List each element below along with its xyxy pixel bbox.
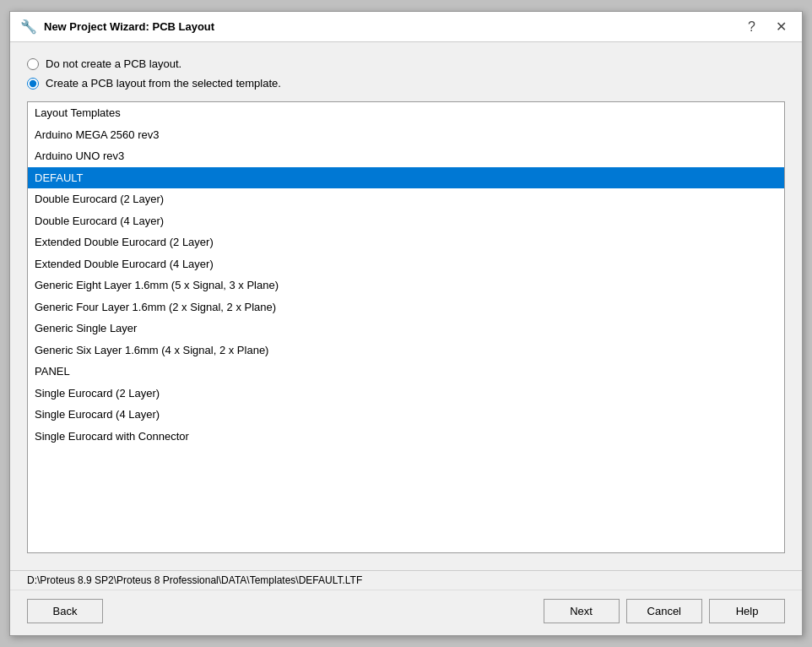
list-item[interactable]: Extended Double Eurocard (2 Layer) <box>28 231 784 253</box>
list-item[interactable]: Generic Six Layer 1.6mm (4 x Signal, 2 x… <box>28 340 784 362</box>
list-item[interactable]: Generic Single Layer <box>28 318 784 340</box>
radio-group: Do not create a PCB layout. Create a PCB… <box>27 57 785 90</box>
dialog-window: 🔧 New Project Wizard: PCB Layout ? ✕ Do … <box>9 11 803 636</box>
app-icon: 🔧 <box>20 19 37 35</box>
close-button[interactable]: ✕ <box>771 19 792 35</box>
dialog-content: Do not create a PCB layout. Create a PCB… <box>10 42 802 570</box>
title-bar-left: 🔧 New Project Wizard: PCB Layout <box>20 19 214 35</box>
list-item[interactable]: Single Eurocard (2 Layer) <box>28 383 784 405</box>
list-item[interactable]: Arduino UNO rev3 <box>28 145 784 167</box>
radio-no-pcb-input[interactable] <box>27 58 39 70</box>
title-bar-controls: ? ✕ <box>743 19 792 35</box>
radio-no-pcb-label: Do not create a PCB layout. <box>46 57 181 70</box>
template-list[interactable]: Layout TemplatesArduino MEGA 2560 rev3Ar… <box>27 101 785 553</box>
next-button[interactable]: Next <box>544 599 620 623</box>
list-item[interactable]: PANEL <box>28 361 784 383</box>
list-item[interactable]: DEFAULT <box>28 167 784 189</box>
button-row: Back Next Cancel Help <box>10 590 802 635</box>
cancel-button[interactable]: Cancel <box>626 599 702 623</box>
radio-create-pcb-label: Create a PCB layout from the selected te… <box>46 77 281 90</box>
help-button[interactable]: Help <box>709 599 785 623</box>
dialog-title: New Project Wizard: PCB Layout <box>44 20 214 33</box>
list-item[interactable]: Single Eurocard (4 Layer) <box>28 404 784 426</box>
radio-no-pcb[interactable]: Do not create a PCB layout. <box>27 57 785 70</box>
help-title-button[interactable]: ? <box>743 19 761 35</box>
radio-create-pcb-input[interactable] <box>27 78 39 90</box>
status-text: D:\Proteus 8.9 SP2\Proteus 8 Professiona… <box>27 574 362 586</box>
list-item[interactable]: Double Eurocard (4 Layer) <box>28 210 784 232</box>
list-item[interactable]: Extended Double Eurocard (4 Layer) <box>28 253 784 275</box>
back-button[interactable]: Back <box>27 599 103 623</box>
list-item[interactable]: Double Eurocard (2 Layer) <box>28 188 784 210</box>
list-item[interactable]: Single Eurocard with Connector <box>28 426 784 448</box>
title-bar: 🔧 New Project Wizard: PCB Layout ? ✕ <box>10 12 802 42</box>
list-item[interactable]: Arduino MEGA 2560 rev3 <box>28 124 784 146</box>
list-item[interactable]: Generic Four Layer 1.6mm (2 x Signal, 2 … <box>28 296 784 318</box>
list-item[interactable]: Generic Eight Layer 1.6mm (5 x Signal, 3… <box>28 275 784 296</box>
radio-create-pcb[interactable]: Create a PCB layout from the selected te… <box>27 77 785 90</box>
list-item[interactable]: Layout Templates <box>28 102 784 124</box>
status-bar: D:\Proteus 8.9 SP2\Proteus 8 Professiona… <box>10 570 802 590</box>
